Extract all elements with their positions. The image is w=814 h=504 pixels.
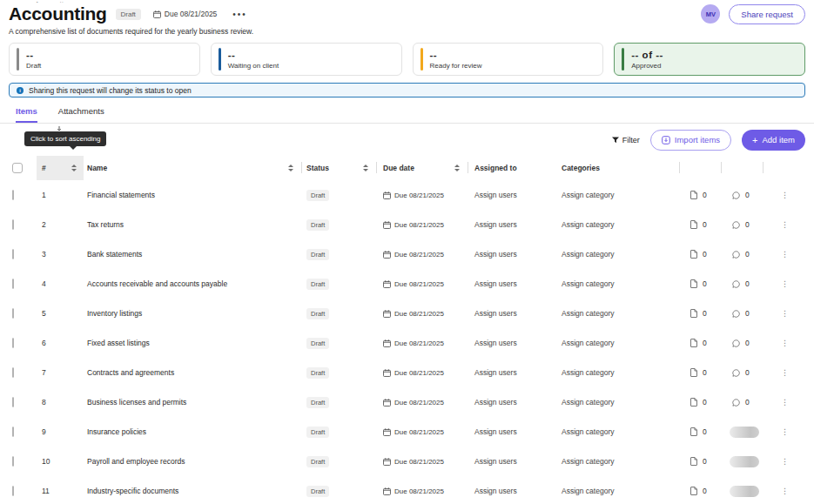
summary-card-approved[interactable]: -- of -- Approved <box>614 43 805 76</box>
more-menu-button[interactable]: ••• <box>232 10 247 19</box>
row-checkbox[interactable] <box>12 338 14 348</box>
row-files[interactable]: 0 <box>679 487 721 495</box>
row-assign-users[interactable]: Assign users <box>468 368 553 377</box>
column-header-name[interactable]: Name <box>84 156 301 180</box>
row-assign-category[interactable]: Assign category <box>553 457 679 466</box>
column-header-status[interactable]: Status <box>301 156 376 180</box>
row-assign-users[interactable]: Assign users <box>468 220 553 229</box>
row-assign-category[interactable]: Assign category <box>553 220 679 229</box>
row-assign-category[interactable]: Assign category <box>553 487 679 495</box>
row-menu-icon[interactable]: ⋮ <box>763 398 814 407</box>
row-assign-category[interactable]: Assign category <box>553 339 679 347</box>
breadcrumb[interactable]: Accounting <box>35 0 205 3</box>
row-comments[interactable]: 0 <box>721 309 763 318</box>
row-assign-users[interactable]: Assign users <box>468 279 553 288</box>
row-comments[interactable]: 0 <box>721 398 763 407</box>
row-name[interactable]: Inventory listings <box>84 309 301 318</box>
row-assign-users[interactable]: Assign users <box>468 457 553 466</box>
row-menu-icon[interactable]: ⋮ <box>763 191 814 199</box>
row-assign-users[interactable]: Assign users <box>468 427 553 436</box>
row-assign-category[interactable]: Assign category <box>553 279 679 288</box>
sort-arrows-icon[interactable] <box>454 165 460 171</box>
row-menu-icon[interactable]: ⋮ <box>763 220 814 229</box>
row-menu-icon[interactable]: ⋮ <box>763 457 814 466</box>
row-files[interactable]: 0 <box>679 191 721 199</box>
row-files[interactable]: 0 <box>679 250 721 259</box>
row-checkbox[interactable] <box>12 308 14 319</box>
tab-items[interactable]: Items <box>16 106 37 123</box>
add-item-button[interactable]: + Add item <box>742 130 805 151</box>
row-assign-category[interactable]: Assign category <box>553 309 679 318</box>
row-menu-icon[interactable]: ⋮ <box>763 279 814 288</box>
row-checkbox[interactable] <box>12 249 14 259</box>
row-files[interactable]: 0 <box>679 427 721 436</box>
row-name[interactable]: Tax returns <box>84 220 301 229</box>
sort-arrows-icon[interactable] <box>363 165 368 171</box>
row-checkbox[interactable] <box>12 486 14 496</box>
share-request-button[interactable]: Share request <box>729 4 805 24</box>
row-comments[interactable]: 0 <box>721 191 763 199</box>
row-due-date[interactable]: Due 08/21/2025 <box>376 369 468 377</box>
row-name[interactable]: Industry-specific documents <box>84 487 301 495</box>
row-name[interactable]: Contracts and agreements <box>84 368 301 377</box>
row-due-date[interactable]: Due 08/21/2025 <box>376 428 468 436</box>
column-header-assigned-to[interactable]: Assigned to <box>468 156 553 180</box>
row-assign-users[interactable]: Assign users <box>468 250 553 259</box>
row-assign-users[interactable]: Assign users <box>468 398 553 407</box>
due-date[interactable]: Due 08/21/2025 <box>153 10 218 18</box>
filter-button[interactable]: Filter <box>612 136 640 144</box>
row-comments[interactable]: 0 <box>721 368 763 377</box>
tab-attachments[interactable]: Attachments <box>58 106 104 123</box>
row-files[interactable]: 0 <box>679 220 721 229</box>
row-assign-category[interactable]: Assign category <box>553 398 679 407</box>
row-checkbox[interactable] <box>12 456 14 467</box>
row-name[interactable]: Accounts receivable and accounts payable <box>84 279 301 288</box>
row-due-date[interactable]: Due 08/21/2025 <box>376 280 468 288</box>
row-assign-category[interactable]: Assign category <box>553 427 679 436</box>
row-assign-users[interactable]: Assign users <box>468 487 553 495</box>
row-menu-icon[interactable]: ⋮ <box>763 250 814 259</box>
row-comments[interactable]: 0 <box>721 220 763 229</box>
row-menu-icon[interactable]: ⋮ <box>763 487 814 495</box>
row-checkbox[interactable] <box>12 427 14 437</box>
row-files[interactable]: 0 <box>679 368 721 377</box>
row-comments[interactable]: 0 <box>721 279 763 288</box>
row-files[interactable]: 0 <box>679 457 721 466</box>
row-menu-icon[interactable]: ⋮ <box>763 368 814 377</box>
column-header-due-date[interactable]: Due date <box>376 156 468 180</box>
row-due-date[interactable]: Due 08/21/2025 <box>376 339 468 347</box>
row-comments[interactable]: 0 <box>721 250 763 259</box>
row-assign-category[interactable]: Assign category <box>553 191 679 199</box>
row-files[interactable]: 0 <box>679 279 721 288</box>
select-all-checkbox[interactable] <box>12 163 23 173</box>
avatar[interactable]: MV <box>701 4 720 24</box>
row-comments[interactable]: 0 <box>721 339 763 347</box>
row-files[interactable]: 0 <box>679 339 721 347</box>
summary-card-draft[interactable]: -- Draft <box>9 43 200 76</box>
row-due-date[interactable]: Due 08/21/2025 <box>376 221 468 229</box>
row-menu-icon[interactable]: ⋮ <box>763 427 814 436</box>
sort-arrows-icon[interactable] <box>71 165 77 171</box>
row-due-date[interactable]: Due 08/21/2025 <box>376 487 468 495</box>
row-assign-category[interactable]: Assign category <box>553 250 679 259</box>
row-checkbox[interactable] <box>12 219 14 230</box>
column-header-number[interactable]: # <box>37 156 84 180</box>
row-name[interactable]: Payroll and employee records <box>84 457 301 466</box>
row-checkbox[interactable] <box>12 279 14 289</box>
row-checkbox[interactable] <box>12 367 14 378</box>
row-name[interactable]: Insurance policies <box>84 427 301 436</box>
import-items-button[interactable]: Import items <box>650 130 731 151</box>
row-due-date[interactable]: Due 08/21/2025 <box>376 399 468 407</box>
row-menu-icon[interactable]: ⋮ <box>763 309 814 318</box>
column-header-categories[interactable]: Categories <box>553 156 679 180</box>
row-assign-category[interactable]: Assign category <box>553 368 679 377</box>
row-name[interactable]: Business licenses and permits <box>84 398 301 407</box>
row-checkbox[interactable] <box>12 397 14 407</box>
row-name[interactable]: Financial statements <box>84 191 301 199</box>
row-due-date[interactable]: Due 08/21/2025 <box>376 251 468 259</box>
row-checkbox[interactable] <box>12 190 14 200</box>
summary-card-waiting-on-client[interactable]: -- Waiting on client <box>211 43 402 76</box>
row-due-date[interactable]: Due 08/21/2025 <box>376 458 468 466</box>
row-due-date[interactable]: Due 08/21/2025 <box>376 310 468 318</box>
row-name[interactable]: Bank statements <box>84 250 301 259</box>
